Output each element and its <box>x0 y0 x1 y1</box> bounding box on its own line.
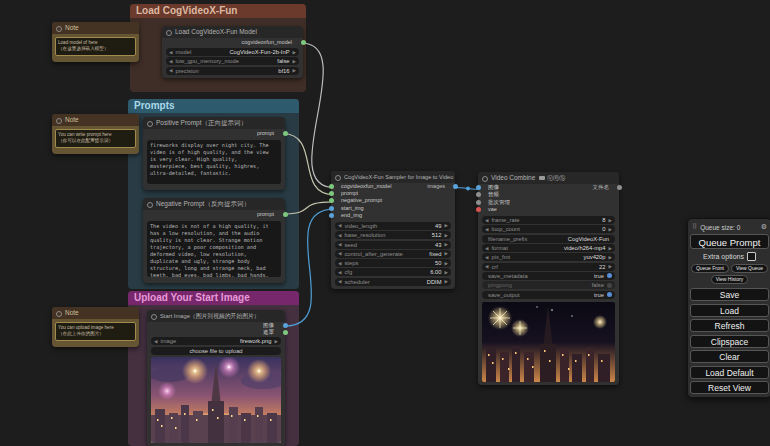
right-arrow-icon[interactable]: ▶ <box>445 233 448 238</box>
collapse-dot-icon[interactable] <box>151 314 157 320</box>
output-dot-positive[interactable] <box>283 131 288 136</box>
clipspace-button[interactable]: Clipspace <box>690 335 769 348</box>
input-dot-model[interactable] <box>329 184 334 189</box>
node-sampler[interactable]: CogVideoX-Fun Sampler for Image to Video… <box>331 171 455 289</box>
node-negative-prompt-header[interactable]: Negative Prompt（反向提示词） <box>143 198 285 210</box>
widget-image-file[interactable]: ◀ image firework.png ▶ <box>151 337 281 345</box>
toggle-on-icon[interactable] <box>607 273 612 278</box>
widget-save-metadata[interactable]: save_metadatatrue <box>482 272 615 280</box>
output-dot-images[interactable] <box>453 184 458 189</box>
node-video-combine-header[interactable]: Video Combine ⓋⒽⓈ <box>478 172 619 184</box>
widget-scheduler[interactable]: ◀schedulerDDIM▶ <box>335 278 451 286</box>
video-preview[interactable] <box>482 302 615 382</box>
note-node-image[interactable]: Note You can upload image here （在此上传你的图片… <box>52 307 139 347</box>
output-dot-model[interactable] <box>301 40 306 45</box>
widget-video-length[interactable]: ◀video_length49▶ <box>335 222 451 230</box>
input-dot-start-img[interactable] <box>329 206 334 211</box>
output-dot-negative[interactable] <box>283 212 288 217</box>
right-arrow-icon[interactable]: ▶ <box>445 279 448 284</box>
view-queue-button[interactable]: View Queue <box>731 264 768 273</box>
save-button[interactable]: Save <box>690 288 769 301</box>
gear-icon[interactable]: ⚙ <box>761 223 767 231</box>
widget-loop-count[interactable]: ◀loop_count0▶ <box>482 225 615 233</box>
widget-model[interactable]: ◀ model CogVideoX-Fun-2b-InP ▶ <box>166 48 299 56</box>
refresh-button[interactable]: Refresh <box>690 319 769 332</box>
view-history-button[interactable]: View History <box>711 275 749 284</box>
right-arrow-icon[interactable]: ▶ <box>445 261 448 266</box>
clear-button[interactable]: Clear <box>690 350 769 363</box>
node-video-combine[interactable]: Video Combine ⓋⒽⓈ 图像 文件名 音频 批次管理 vae ◀fr… <box>478 172 619 385</box>
node-negative-prompt[interactable]: Negative Prompt（反向提示词） prompt The video … <box>143 198 285 283</box>
drag-grip-icon[interactable]: ⠿ <box>692 223 697 231</box>
negative-prompt-textarea[interactable]: The video is not of a high quality, it h… <box>147 221 281 277</box>
right-arrow-icon[interactable]: ▶ <box>445 223 448 228</box>
positive-prompt-textarea[interactable]: fireworks display over night city. The v… <box>147 140 281 184</box>
node-start-image[interactable]: Start Image（图片到视频的开始图片） 图像 遮罩 ◀ image fi… <box>147 310 285 446</box>
node-positive-prompt-header[interactable]: Positive Prompt（正向提示词） <box>143 117 285 129</box>
right-arrow-icon[interactable]: ▶ <box>293 59 296 64</box>
left-arrow-icon[interactable]: ◀ <box>338 270 341 275</box>
node-load-model[interactable]: Load CogVideoX-Fun Model cogvideoxfun_mo… <box>162 26 303 78</box>
input-dot-image[interactable] <box>476 185 481 190</box>
note-text[interactable]: You can upload image here （在此上传你的图片） <box>55 322 136 341</box>
widget-save-output[interactable]: save_outputtrue <box>482 291 615 299</box>
left-arrow-icon[interactable]: ◀ <box>338 279 341 284</box>
right-arrow-icon[interactable]: ▶ <box>609 264 612 269</box>
left-arrow-icon[interactable]: ◀ <box>485 218 488 223</box>
input-dot-vae[interactable] <box>476 207 481 212</box>
note-node-prompt-header[interactable]: Note <box>52 114 139 126</box>
toggle-off-icon[interactable] <box>607 283 612 288</box>
widget-format[interactable]: ◀formatvideo/h264-mp4▶ <box>482 244 615 252</box>
right-arrow-icon[interactable]: ▶ <box>609 255 612 260</box>
node-graph-canvas[interactable]: Load CogVideoX-Fun Prompts Upload Your S… <box>0 0 770 446</box>
right-arrow-icon[interactable]: ▶ <box>445 270 448 275</box>
widget-steps[interactable]: ◀steps50▶ <box>335 259 451 267</box>
input-dot-batch-manager[interactable] <box>476 200 481 205</box>
input-dot-prompt[interactable] <box>329 191 334 196</box>
widget-pingpong[interactable]: pingpongfalse <box>482 281 615 289</box>
widget-frame-rate[interactable]: ◀frame_rate8▶ <box>482 216 615 224</box>
left-arrow-icon[interactable]: ◀ <box>485 246 488 251</box>
collapse-dot-icon[interactable] <box>147 202 153 208</box>
widget-precision[interactable]: ◀ precision bf16 ▶ <box>166 67 299 75</box>
node-load-model-header[interactable]: Load CogVideoX-Fun Model <box>162 26 303 38</box>
note-node-model[interactable]: Note Load model of here （在这里选择载入模型） <box>52 22 139 62</box>
right-arrow-icon[interactable]: ▶ <box>445 251 448 256</box>
right-arrow-icon[interactable]: ▶ <box>293 68 296 73</box>
left-arrow-icon[interactable]: ◀ <box>485 255 488 260</box>
input-dot-audio[interactable] <box>476 192 481 197</box>
note-node-model-header[interactable]: Note <box>52 22 139 34</box>
choose-file-button[interactable]: choose file to upload <box>151 347 281 355</box>
output-dot-mask[interactable] <box>283 330 288 335</box>
link-midpoint-dot[interactable] <box>466 187 470 191</box>
widget-crf[interactable]: ◀crf22▶ <box>482 263 615 271</box>
right-arrow-icon[interactable]: ▶ <box>275 339 278 344</box>
toggle-on-icon[interactable] <box>607 292 612 297</box>
collapse-dot-icon[interactable] <box>482 176 488 182</box>
left-arrow-icon[interactable]: ◀ <box>338 261 341 266</box>
collapse-dot-icon[interactable] <box>166 30 172 36</box>
left-arrow-icon[interactable]: ◀ <box>338 251 341 256</box>
comfyui-menu-panel[interactable]: ⠿ Queue size: 0 ⚙ Queue Prompt Extra opt… <box>687 218 770 398</box>
collapse-dot-icon[interactable] <box>56 118 62 124</box>
extra-options-checkbox[interactable] <box>747 252 756 261</box>
queue-front-button[interactable]: Queue Front <box>691 264 729 273</box>
widget-pix-fmt[interactable]: ◀pix_fmtyuv420p▶ <box>482 253 615 261</box>
widget-filename-prefix[interactable]: filename_prefixCogVideoX-Fun <box>482 235 615 243</box>
left-arrow-icon[interactable]: ◀ <box>169 59 172 64</box>
load-button[interactable]: Load <box>690 304 769 317</box>
output-dot-image[interactable] <box>283 323 288 328</box>
collapse-dot-icon[interactable] <box>56 26 62 32</box>
left-arrow-icon[interactable]: ◀ <box>485 264 488 269</box>
reset-view-button[interactable]: Reset View <box>690 381 769 394</box>
left-arrow-icon[interactable]: ◀ <box>338 233 341 238</box>
node-positive-prompt[interactable]: Positive Prompt（正向提示词） prompt fireworks … <box>143 117 285 190</box>
note-node-prompt[interactable]: Note You can write prompt here （你可以在此配置提… <box>52 114 139 154</box>
note-text[interactable]: Load model of here （在这里选择载入模型） <box>55 37 136 56</box>
note-node-image-header[interactable]: Note <box>52 307 139 319</box>
left-arrow-icon[interactable]: ◀ <box>154 339 157 344</box>
left-arrow-icon[interactable]: ◀ <box>169 50 172 55</box>
right-arrow-icon[interactable]: ▶ <box>445 242 448 247</box>
left-arrow-icon[interactable]: ◀ <box>338 223 341 228</box>
collapse-dot-icon[interactable] <box>147 121 153 127</box>
